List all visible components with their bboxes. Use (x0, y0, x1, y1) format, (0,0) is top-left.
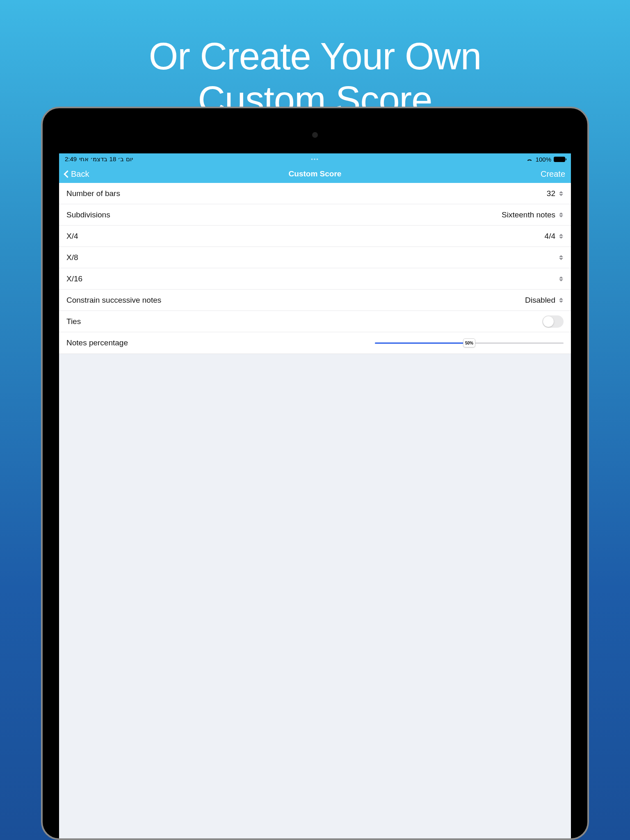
row-x8[interactable]: X/8 (59, 247, 571, 268)
value-x8 (555, 255, 564, 260)
value-number-of-bars: 32 (547, 189, 564, 198)
create-button[interactable]: Create (541, 169, 565, 179)
value-constrain: Disabled (525, 296, 564, 305)
status-bar: 2:49 יום ב׳ 18 בדצמ׳ אחי ••• 100% (59, 153, 571, 165)
status-date: יום ב׳ 18 בדצמ׳ אחי (79, 155, 132, 163)
row-constrain-successive-notes[interactable]: Constrain successive notes Disabled (59, 290, 571, 311)
label-notes-percentage: Notes percentage (66, 338, 375, 347)
value-subdivisions: Sixteenth notes (502, 210, 564, 219)
row-notes-percentage: Notes percentage 50% (59, 332, 571, 354)
promo-heading: Or Create Your Own Custom Score (0, 0, 630, 122)
slider-fill (375, 342, 469, 344)
tablet-screen: 2:49 יום ב׳ 18 בדצמ׳ אחי ••• 100% Back C… (59, 153, 571, 838)
label-x4: X/4 (66, 232, 545, 241)
notes-percentage-slider[interactable]: 50% (375, 337, 564, 349)
page-title: Custom Score (289, 169, 342, 178)
status-indicator-dots: ••• (311, 156, 319, 162)
label-constrain: Constrain successive notes (66, 296, 525, 305)
status-time: 2:49 (65, 155, 77, 163)
value-x4: 4/4 (545, 232, 564, 241)
settings-list: Number of bars 32 Subdivisions Sixteenth… (59, 183, 571, 354)
row-ties: Ties (59, 311, 571, 332)
ties-toggle[interactable] (542, 315, 564, 328)
row-x4[interactable]: X/4 4/4 (59, 226, 571, 247)
row-x16[interactable]: X/16 (59, 268, 571, 290)
status-right: 100% (526, 156, 565, 163)
row-subdivisions[interactable]: Subdivisions Sixteenth notes (59, 204, 571, 226)
back-label: Back (71, 169, 89, 179)
updown-icon (559, 298, 564, 303)
slider-thumb[interactable]: 50% (463, 338, 475, 347)
updown-icon (559, 212, 564, 217)
tablet-camera (312, 132, 318, 138)
battery-icon (554, 157, 565, 162)
tablet-frame: 2:49 יום ב׳ 18 בדצמ׳ אחי ••• 100% Back C… (41, 107, 589, 840)
label-subdivisions: Subdivisions (66, 210, 502, 219)
updown-icon (559, 255, 564, 260)
updown-icon (559, 276, 564, 281)
value-number-of-bars-text: 32 (547, 189, 555, 198)
battery-percent: 100% (536, 156, 551, 163)
value-x16 (555, 276, 564, 281)
navigation-bar: Back Custom Score Create (59, 165, 571, 183)
back-button[interactable]: Back (65, 169, 89, 179)
status-left: 2:49 יום ב׳ 18 בדצמ׳ אחי (65, 155, 133, 163)
row-number-of-bars[interactable]: Number of bars 32 (59, 183, 571, 204)
wifi-icon (526, 156, 533, 162)
value-subdivisions-text: Sixteenth notes (502, 210, 555, 219)
chevron-left-icon (64, 170, 71, 178)
updown-icon (559, 234, 564, 239)
label-number-of-bars: Number of bars (66, 189, 547, 198)
updown-icon (559, 191, 564, 196)
label-x16: X/16 (66, 274, 555, 283)
label-ties: Ties (66, 317, 542, 326)
label-x8: X/8 (66, 253, 555, 262)
value-x4-text: 4/4 (545, 232, 555, 241)
value-constrain-text: Disabled (525, 296, 555, 305)
toggle-knob (543, 316, 554, 327)
promo-line-1: Or Create Your Own (0, 35, 630, 78)
